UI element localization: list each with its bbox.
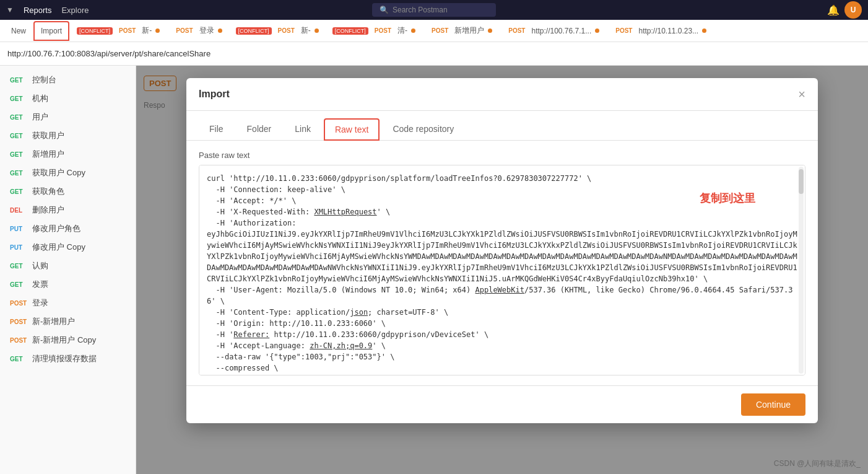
raw-text-content: curl 'http://10.11.0.233:6060/gdpyprison…	[207, 173, 797, 375]
nav-arrow[interactable]: ▼	[6, 6, 14, 14]
sidebar-method-13: POST	[10, 318, 27, 325]
tab-name-3: 新-	[301, 25, 311, 36]
tab-url-1[interactable]: POST http://100.76.7.1...	[500, 21, 605, 41]
raw-text-area[interactable]: 复制到这里 curl 'http://10.11.0.233:6060/gdpy…	[199, 165, 805, 375]
content-area: POST Param Head Respo Import × File Fold…	[136, 66, 868, 474]
tab-dot-4	[411, 29, 415, 33]
sidebar-method-12: POST	[10, 300, 27, 307]
modal-header: Import ×	[186, 78, 818, 111]
sidebar-item-5[interactable]: GET 获取用户 Copy	[0, 164, 136, 182]
tab-dot-7	[702, 29, 706, 33]
tab-method-6: POST	[506, 27, 527, 35]
nav-explore[interactable]: Explore	[61, 6, 89, 15]
tab-dot-1	[155, 29, 160, 33]
sidebar-label-13: 新-新增用户	[32, 316, 75, 327]
sidebar-method-8: PUT	[10, 226, 27, 232]
tab-name-7: http://10.11.0.23...	[638, 27, 698, 35]
sidebar-label-0: 控制台	[32, 74, 56, 86]
sidebar-item-11[interactable]: GET 发票	[0, 275, 136, 294]
sidebar-item-6[interactable]: GET 获取角色	[0, 182, 136, 201]
modal-tab-coderepo[interactable]: Code repository	[382, 118, 464, 141]
sidebar-label-12: 登录	[32, 297, 48, 309]
sidebar-item-12[interactable]: POST 登录	[0, 294, 136, 312]
sidebar-method-0: GET	[10, 77, 27, 84]
nav-reports[interactable]: Reports	[24, 6, 52, 15]
sidebar-method-2: GET	[10, 114, 27, 121]
sidebar-method-15: GET	[10, 356, 27, 362]
sidebar-label-9: 修改用户 Copy	[32, 242, 85, 253]
tab-method-5: POST	[429, 27, 451, 35]
sidebar-label-2: 用户	[32, 112, 48, 123]
tab-dot-2	[218, 29, 222, 33]
sidebar-method-14: POST	[10, 337, 27, 344]
scrollbar-thumb	[799, 169, 804, 194]
sidebar-method-4: GET	[10, 151, 27, 158]
modal-tab-link[interactable]: Link	[284, 118, 321, 141]
tab-new-label: New	[11, 27, 26, 35]
search-icon: 🔍	[380, 6, 389, 14]
scrollbar[interactable]	[799, 167, 804, 374]
sidebar-item-4[interactable]: GET 新增用户	[0, 145, 136, 164]
tab-import[interactable]: Import	[33, 21, 69, 41]
tab-add-user[interactable]: POST 新增用户	[423, 21, 498, 41]
modal-tab-file[interactable]: File	[199, 118, 234, 141]
modal-overlay: Import × File Folder Link Raw text Code …	[136, 66, 868, 474]
tab-name-4: 清-	[397, 25, 407, 36]
sidebar-item-15[interactable]: GET 清理填报缓存数据	[0, 349, 136, 368]
modal-footer: Continue	[186, 385, 818, 423]
sidebar-item-13[interactable]: POST 新-新增用户	[0, 312, 136, 331]
tab-dot-5	[488, 29, 492, 33]
conflict-badge-1: [CONFLICT]	[77, 27, 113, 35]
tab-dot-6	[595, 29, 599, 33]
tab-name-2: 登录	[199, 25, 214, 36]
sidebar-label-3: 获取用户	[32, 130, 64, 141]
sidebar-item-3[interactable]: GET 获取用户	[0, 126, 136, 145]
sidebar-method-5: GET	[10, 170, 27, 177]
sidebar-label-5: 获取用户 Copy	[32, 167, 85, 178]
tab-bar: New Import [CONFLICT] POST 新- POST 登录 [C…	[0, 20, 868, 42]
modal-tab-folder[interactable]: Folder	[237, 118, 282, 141]
sidebar-item-8[interactable]: PUT 修改用户角色	[0, 219, 136, 238]
import-modal: Import × File Folder Link Raw text Code …	[186, 78, 818, 423]
sidebar-label-1: 机构	[32, 93, 48, 104]
sidebar-label-7: 删除用户	[32, 204, 64, 216]
sidebar-item-0[interactable]: GET 控制台	[0, 71, 136, 89]
sidebar-item-14[interactable]: POST 新-新增用户 Copy	[0, 331, 136, 349]
search-bar[interactable]: 🔍 Search Postman	[372, 3, 496, 17]
continue-button[interactable]: Continue	[741, 393, 805, 416]
sidebar-label-4: 新增用户	[32, 149, 64, 160]
sidebar-method-11: GET	[10, 281, 27, 288]
tab-conflict-2[interactable]: [CONFLICT] POST 新-	[230, 21, 325, 41]
conflict-badge-2: [CONFLICT]	[236, 27, 272, 35]
sidebar-item-2[interactable]: GET 用户	[0, 108, 136, 126]
sidebar-method-9: PUT	[10, 244, 27, 251]
sidebar-label-10: 认购	[32, 260, 48, 271]
sidebar-item-9[interactable]: PUT 修改用户 Copy	[0, 238, 136, 257]
sidebar-method-10: GET	[10, 263, 27, 270]
tab-conflict-1[interactable]: [CONFLICT] POST 新-	[71, 21, 166, 41]
sidebar-method-6: GET	[10, 188, 27, 195]
sidebar-method-1: GET	[10, 95, 27, 102]
tab-import-label: Import	[41, 27, 62, 35]
modal-tab-rawtext[interactable]: Raw text	[324, 118, 380, 141]
modal-close-button[interactable]: ×	[798, 88, 805, 100]
tab-name-1: 新-	[142, 25, 152, 36]
sidebar-label-11: 发票	[32, 279, 48, 290]
modal-tabs: File Folder Link Raw text Code repositor…	[186, 111, 818, 141]
tab-new[interactable]: New	[5, 21, 32, 41]
sidebar-label-6: 获取角色	[32, 186, 64, 197]
sidebar-item-10[interactable]: GET 认购	[0, 257, 136, 275]
watermark: CSDN @人间有味是清欢_	[774, 459, 861, 469]
tab-name-6: http://100.76.7.1...	[531, 27, 591, 35]
notification-icon[interactable]: 🔔	[827, 4, 840, 16]
sidebar-item-1[interactable]: GET 机构	[0, 89, 136, 108]
tab-url-2[interactable]: POST http://10.11.0.23...	[607, 21, 713, 41]
modal-body: Paste raw text 复制到这里 curl 'http://10.11.…	[186, 141, 818, 385]
tab-post-login[interactable]: POST 登录	[167, 21, 228, 41]
tab-method-4: POST	[372, 27, 394, 35]
tab-method-1: POST	[116, 27, 138, 35]
tab-conflict-3[interactable]: [CONFLICT] POST 清-	[326, 21, 422, 41]
url-text: http://100.76.7:100:8083/api/server/pt/s…	[7, 49, 210, 58]
sidebar-item-7[interactable]: DEL 删除用户	[0, 201, 136, 219]
avatar[interactable]: U	[844, 1, 862, 19]
